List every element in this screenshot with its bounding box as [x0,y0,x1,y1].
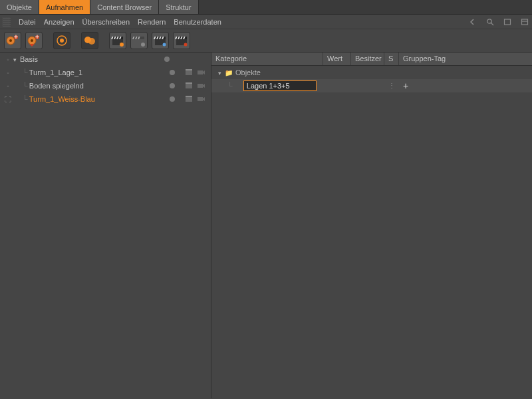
toolbar: + + [0,29,532,53]
header-besitzer[interactable]: Besitzer [351,53,384,65]
svg-point-14 [60,39,64,43]
render-settings-icon[interactable] [184,68,194,77]
svg-rect-50 [198,84,203,88]
marker-dot-icon[interactable] [170,96,175,102]
clapper-3-button[interactable] [152,32,169,49]
marker-dot-icon[interactable] [164,57,170,62]
svg-rect-53 [186,96,192,97]
menu-datei[interactable]: Datei [19,18,36,26]
top-tab-aufnahmen[interactable]: Aufnahmen [39,0,90,14]
viewport-vis-icon[interactable]: ◦ [3,80,13,91]
disclosure-icon[interactable]: ▾ [218,70,223,75]
panel-layout-icon[interactable] [520,17,529,27]
group-name-input[interactable] [243,80,317,91]
tree-row[interactable]: ◦ └ Turm_1_Lage_1 [0,66,211,79]
takes-tree-panel: ◦ ▾ Basis ◦ └ Turm_1_Lage_1 ◦ └ Boden sp… [0,53,211,398]
svg-point-29 [141,43,145,47]
svg-line-1 [491,23,494,25]
clapper-2-button[interactable] [130,32,148,49]
menu-rendern[interactable]: Rendern [138,18,166,26]
overrides-body: ▾ 📁 Objekte └ ⋮ + [211,66,532,398]
new-child-take-button[interactable]: + [25,32,43,49]
svg-point-23 [120,43,124,47]
header-gruppen-tag[interactable]: Gruppen-Tag [399,53,532,65]
menu-bar: Datei Anzeigen Überschreiben Rendern Ben… [0,15,532,29]
tree-label: Boden spiegelnd [29,82,84,90]
marker-dot-icon[interactable] [170,83,175,88]
auto-take-button[interactable] [53,32,70,49]
svg-point-36 [163,43,166,47]
back-arrow-icon[interactable] [468,17,477,27]
svg-rect-49 [186,82,192,84]
override-row-editing[interactable]: └ ⋮ + [211,79,532,92]
top-tab-content-browser[interactable]: Content Browser [90,0,159,14]
tree-row-selected[interactable]: ⛶ └ Turm_1_Weiss-Blau [0,92,211,106]
disclosure-icon[interactable]: ▾ [13,57,19,62]
camera-icon[interactable] [196,68,205,77]
svg-marker-55 [203,97,205,101]
header-s[interactable]: S [384,53,399,65]
tree-label: Turm_1_Weiss-Blau [29,95,95,103]
svg-point-43 [184,43,188,47]
window-mode-icon[interactable] [503,17,512,27]
marker-dot-icon[interactable] [170,70,175,75]
svg-text:+: + [14,33,18,41]
camera-icon[interactable] [196,81,205,90]
menu-anzeigen[interactable]: Anzeigen [44,18,74,26]
svg-rect-46 [198,70,203,74]
overrides-panel: Kategorie Wert Besitzer S Gruppen-Tag ▾ … [211,53,532,398]
tree-label: Turm_1_Lage_1 [29,68,82,76]
svg-point-0 [487,19,491,23]
tree-row[interactable]: ◦ └ Boden spiegelnd [0,79,211,92]
header-kategorie[interactable]: Kategorie [211,53,323,65]
search-icon[interactable] [485,17,495,27]
render-settings-icon[interactable] [184,94,194,104]
svg-rect-52 [186,97,192,102]
clapper-4-button[interactable] [173,32,190,49]
folder-icon: 📁 [225,69,233,76]
category-label: Objekte [235,68,261,76]
svg-text:+: + [35,33,39,41]
viewport-vis-icon[interactable]: ◦ [3,54,13,65]
viewport-vis-icon[interactable]: ⛶ [3,94,13,104]
tree-row-basis[interactable]: ◦ ▾ Basis [0,53,211,66]
svg-rect-44 [186,70,192,75]
header-wert[interactable]: Wert [323,53,351,65]
drag-handle-icon[interactable] [3,17,11,27]
svg-rect-54 [198,97,203,101]
content-area: ◦ ▾ Basis ◦ └ Turm_1_Lage_1 ◦ └ Boden sp… [0,53,532,398]
svg-point-16 [88,38,95,45]
svg-rect-3 [522,19,528,25]
camera-icon[interactable] [196,94,205,104]
top-tab-bar: Objekte Aufnahmen Content Browser Strukt… [0,0,532,15]
override-row-objekte[interactable]: ▾ 📁 Objekte [211,66,532,79]
svg-marker-47 [203,70,205,74]
top-tab-objekte[interactable]: Objekte [0,0,39,14]
svg-rect-48 [186,84,192,88]
drag-dots-icon[interactable]: ⋮ [388,84,395,87]
menu-benutzerdaten[interactable]: Benutzerdaten [174,18,221,26]
viewport-vis-icon[interactable]: ◦ [3,67,13,78]
lock-overrides-button[interactable] [81,32,98,49]
new-take-button[interactable]: + [4,32,21,49]
svg-marker-51 [203,84,205,88]
tree-label: Basis [20,55,38,63]
svg-rect-45 [186,69,192,70]
add-tag-button[interactable]: + [403,80,408,91]
render-settings-icon[interactable] [184,81,194,90]
svg-point-10 [31,39,33,42]
column-headers: Kategorie Wert Besitzer S Gruppen-Tag [211,53,532,66]
menu-ueberschreiben[interactable]: Überschreiben [82,18,130,26]
svg-rect-2 [505,19,511,25]
svg-point-6 [9,39,12,42]
clapper-1-button[interactable] [109,32,126,49]
top-tab-struktur[interactable]: Struktur [159,0,199,14]
